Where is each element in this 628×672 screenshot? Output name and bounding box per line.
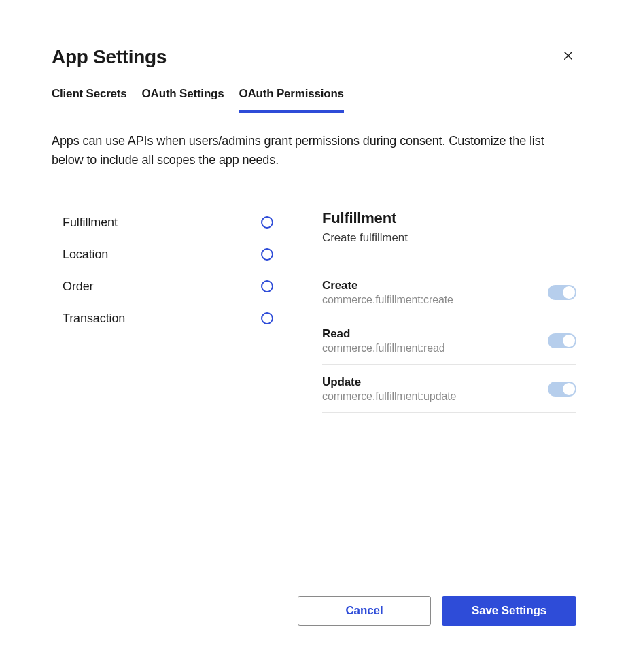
permission-name: Create [322,279,453,292]
page-title: App Settings [52,46,576,68]
permission-row-read: Read commerce.fulfillment:read [322,316,576,365]
tabs-bar: Client Secrets OAuth Settings OAuth Perm… [52,87,576,113]
close-icon [562,50,574,62]
close-button[interactable] [560,48,576,64]
permission-row-update: Update commerce.fulfillment:update [322,365,576,413]
description-text: Apps can use APIs when users/admins gran… [52,132,576,170]
permission-name: Read [322,327,445,341]
scope-row-fulfillment[interactable]: Fulfillment [52,207,273,239]
tab-client-secrets[interactable]: Client Secrets [52,87,127,113]
footer-actions: Cancel Save Settings [298,596,576,626]
radio-icon [261,312,273,324]
scope-row-location[interactable]: Location [52,239,273,271]
scope-detail: Fulfillment Create fulfillment Create co… [322,207,576,413]
scope-label: Transaction [63,312,125,326]
toggle-update[interactable] [548,382,576,397]
radio-icon [261,248,273,261]
permission-name: Update [322,375,456,389]
scope-row-transaction[interactable]: Transaction [52,303,273,335]
permission-code: commerce.fulfillment:update [322,390,456,403]
scope-list: Fulfillment Location Order Transaction [52,207,273,413]
permission-code: commerce.fulfillment:create [322,294,453,306]
radio-icon [261,216,273,229]
permission-code: commerce.fulfillment:read [322,342,445,354]
permission-row-create: Create commerce.fulfillment:create [322,268,576,316]
tab-oauth-settings[interactable]: OAuth Settings [142,87,224,113]
scope-row-order[interactable]: Order [52,271,273,303]
detail-subtitle: Create fulfillment [322,231,576,245]
toggle-create[interactable] [548,285,576,300]
radio-icon [261,280,273,292]
toggle-read[interactable] [548,333,576,348]
cancel-button[interactable]: Cancel [298,596,431,626]
tab-oauth-permissions[interactable]: OAuth Permissions [239,87,344,113]
scope-label: Location [63,248,108,262]
scope-label: Order [63,280,94,294]
save-button[interactable]: Save Settings [442,596,576,626]
scope-label: Fulfillment [63,216,118,230]
detail-title: Fulfillment [322,209,576,227]
permission-list: Create commerce.fulfillment:create Read … [322,268,576,413]
